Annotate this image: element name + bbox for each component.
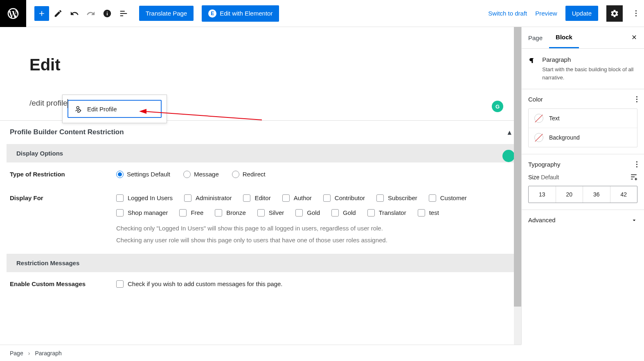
checkbox-free[interactable]: Free — [179, 209, 203, 217]
add-block-button[interactable] — [34, 6, 49, 21]
checkbox-editor[interactable]: Editor — [243, 194, 270, 202]
enable-custom-checkbox[interactable]: Check if you wish to add custom messages… — [116, 280, 511, 288]
switch-draft-link[interactable]: Switch to draft — [488, 10, 527, 17]
size-label: Size — [528, 174, 539, 180]
checkbox-logged-in-users[interactable]: Logged In Users — [116, 194, 173, 202]
size-20[interactable]: 20 — [556, 186, 583, 203]
elementor-label: Edit with Elementor — [220, 10, 272, 17]
color-text[interactable]: Text — [529, 109, 637, 128]
chevron-right-icon: › — [28, 350, 30, 356]
note-1: Checking only "Logged In Users" will sho… — [116, 223, 511, 234]
size-36[interactable]: 36 — [583, 186, 610, 203]
checkbox-translator[interactable]: Translator — [367, 209, 406, 217]
radio-message[interactable]: Message — [183, 171, 219, 178]
checkbox-gold[interactable]: Gold — [295, 209, 320, 217]
checkbox-administrator[interactable]: Administrator — [184, 194, 232, 202]
elementor-icon: E — [208, 9, 216, 18]
redo-icon[interactable] — [83, 6, 98, 21]
color-header: Color — [528, 96, 543, 103]
radio-settings-default[interactable]: Settings Default — [116, 171, 170, 178]
enable-custom-label: Enable Custom Messages — [10, 280, 100, 288]
top-toolbar: Translate Page E Edit with Elementor Swi… — [0, 0, 644, 27]
settings-sidebar: Page Block Paragraph Start with the basi… — [521, 27, 644, 345]
checkbox-silver[interactable]: Silver — [257, 209, 284, 217]
note-2: Checking any user role will show this pa… — [116, 235, 511, 246]
info-icon[interactable] — [100, 6, 115, 21]
display-for-label: Display For — [10, 194, 100, 201]
settings-button[interactable] — [606, 5, 623, 22]
typography-header: Typography — [528, 161, 560, 168]
block-name: Paragraph — [542, 56, 637, 63]
paragraph-icon — [528, 56, 536, 65]
update-button[interactable]: Update — [565, 6, 598, 21]
more-options-button[interactable] — [631, 10, 641, 16]
edit-elementor-button[interactable]: E Edit with Elementor — [202, 5, 279, 22]
breadcrumb-paragraph[interactable]: Paragraph — [35, 350, 61, 356]
typo-options-icon[interactable] — [636, 161, 637, 167]
tab-page[interactable]: Page — [522, 28, 549, 48]
checkbox-shop-manager[interactable]: Shop manager — [116, 209, 168, 217]
content-restriction-panel: Profile Builder Content Restriction ▴ Di… — [0, 120, 521, 296]
checkbox-author[interactable]: Author — [282, 194, 312, 202]
advanced-toggle[interactable]: Advanced — [522, 210, 644, 230]
meta-header-label: Profile Builder Content Restriction — [10, 128, 124, 136]
meta-header[interactable]: Profile Builder Content Restriction ▴ — [0, 121, 521, 144]
paragraph-block-input[interactable]: /edit profile — [0, 74, 521, 120]
checkbox-test[interactable]: test — [418, 209, 439, 217]
chevron-down-icon — [631, 217, 637, 223]
breadcrumb: Page › Paragraph — [0, 345, 521, 361]
checkbox-contributor[interactable]: Contributor — [323, 194, 365, 202]
sliders-icon[interactable] — [630, 174, 637, 181]
size-13[interactable]: 13 — [529, 186, 556, 203]
restriction-messages-header: Restriction Messages — [7, 254, 515, 272]
block-desc: Start with the basic building block of a… — [542, 65, 637, 81]
checkbox-gold[interactable]: Gold — [331, 209, 356, 217]
color-options-icon[interactable] — [636, 96, 637, 102]
size-value: Default — [541, 174, 559, 180]
checkbox-bronze[interactable]: Bronze — [215, 209, 246, 217]
size-42[interactable]: 42 — [610, 186, 637, 203]
list-view-icon[interactable] — [116, 6, 131, 21]
breadcrumb-page[interactable]: Page — [10, 350, 23, 356]
close-sidebar-icon[interactable] — [624, 29, 644, 47]
color-background[interactable]: Background — [529, 128, 637, 147]
undo-icon[interactable] — [67, 6, 82, 21]
swatch-icon — [534, 114, 543, 123]
color-text-label: Text — [549, 115, 560, 122]
radio-redirect[interactable]: Redirect — [232, 171, 266, 178]
swatch-icon — [534, 133, 543, 142]
collapse-icon[interactable]: ▴ — [508, 128, 511, 137]
checkbox-subscriber[interactable]: Subscriber — [376, 194, 417, 202]
color-bg-label: Background — [549, 134, 580, 141]
wordpress-logo[interactable] — [0, 0, 26, 27]
enable-custom-text: Check if you wish to add custom messages… — [128, 280, 283, 287]
checkbox-customer[interactable]: Customer — [429, 194, 467, 202]
display-options-header: Display Options — [7, 144, 515, 162]
page-title[interactable]: Edit — [0, 27, 521, 74]
scrollbar[interactable] — [514, 27, 521, 345]
advanced-label: Advanced — [528, 217, 556, 223]
tools-icon[interactable] — [51, 6, 65, 21]
grammarly-badge-icon[interactable] — [502, 150, 515, 162]
editor-canvas: Edit Edit Profile G /edit profile Pr — [0, 27, 521, 345]
type-restriction-label: Type of Restriction — [10, 171, 100, 178]
preview-link[interactable]: Preview — [535, 10, 557, 17]
translate-button[interactable]: Translate Page — [139, 6, 194, 21]
tab-block[interactable]: Block — [549, 27, 579, 48]
